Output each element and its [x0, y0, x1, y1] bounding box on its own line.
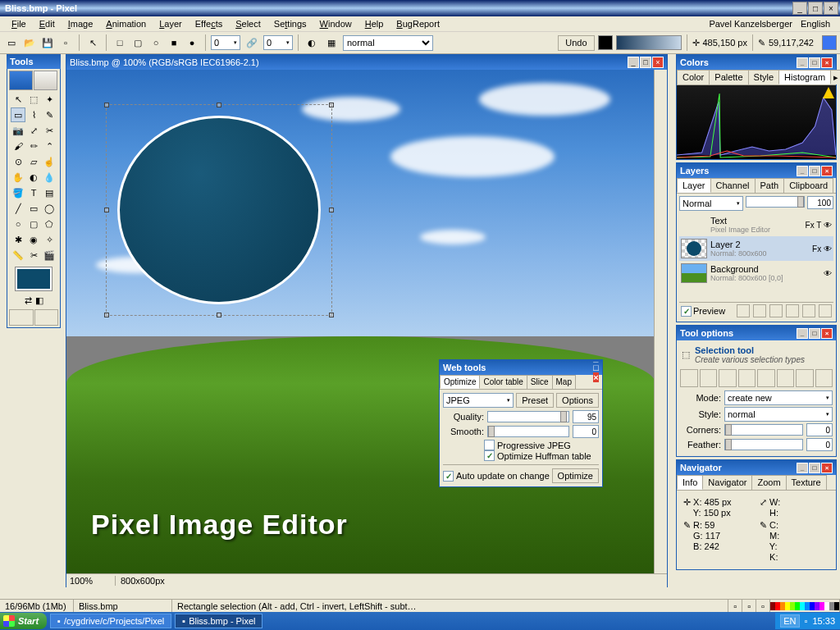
tool-gradient[interactable]: ▤ — [42, 185, 57, 200]
preview-checkbox[interactable] — [681, 306, 692, 317]
tab-more[interactable]: ▸ — [830, 70, 840, 84]
shape-rounded-icon[interactable]: ▢ — [130, 34, 146, 51]
close-icon[interactable]: ▫ — [57, 34, 74, 51]
tab-colortable[interactable]: Color table — [479, 375, 527, 389]
quality-value[interactable]: 95 — [573, 410, 599, 423]
tool-crop[interactable]: ✂ — [42, 123, 57, 138]
tool-rect[interactable]: ▭ — [26, 201, 41, 216]
tool-dodge[interactable]: ◐ — [26, 170, 41, 185]
tab-navigator[interactable]: Navigator — [702, 475, 752, 490]
tool-marquee[interactable]: ⬚ — [26, 92, 41, 107]
tab-slice[interactable]: Slice — [527, 375, 553, 389]
task-cygwin[interactable]: ▪/cygdrive/c/Projects/Pixel — [50, 614, 171, 628]
default-colors-icon[interactable]: ◧ — [35, 295, 43, 306]
sel-type-2[interactable] — [700, 369, 718, 387]
color-ramp[interactable] — [770, 602, 839, 610]
menu-image[interactable]: Image — [62, 17, 100, 30]
new-icon[interactable]: ▭ — [3, 34, 20, 51]
tray-icon[interactable]: ▫ — [805, 616, 808, 626]
tab-path[interactable]: Path — [755, 178, 785, 193]
tool-smudge[interactable]: ☝ — [42, 154, 57, 169]
tab-channel[interactable]: Channel — [710, 178, 756, 193]
progressive-checkbox[interactable] — [484, 440, 495, 450]
cursor-icon[interactable]: ↖ — [84, 34, 101, 51]
tool-pen[interactable]: ✎ — [42, 107, 57, 122]
options-button[interactable]: Options — [556, 393, 599, 408]
layer-row-layer2[interactable]: Layer 2Normal: 800x600 Fx 👁 — [679, 236, 833, 261]
format-select[interactable]: JPEG▾ — [443, 393, 514, 408]
minimize-button[interactable]: _ — [792, 2, 807, 15]
canvas-minimize[interactable]: _ — [628, 57, 639, 68]
status-icon-3[interactable]: ▫ — [756, 600, 770, 612]
tool-blur[interactable]: 💧 — [42, 170, 57, 185]
grid-icon[interactable]: ▦ — [323, 34, 340, 51]
swap-colors-icon[interactable]: ⇄ — [25, 295, 32, 306]
shape-circle-icon[interactable]: ○ — [148, 34, 164, 51]
layer-btn-4[interactable] — [786, 304, 799, 317]
tool-mode-vector[interactable] — [34, 71, 57, 90]
tool-brush[interactable]: 🖌 — [11, 139, 25, 153]
shape-filled-square-icon[interactable]: ■ — [166, 34, 182, 51]
wt-max[interactable]: □ — [593, 363, 599, 372]
tab-layer[interactable]: Layer — [677, 178, 711, 193]
preset-button[interactable]: Preset — [516, 393, 554, 408]
lang-indicator[interactable]: EN — [780, 614, 799, 628]
tool-hand[interactable]: ✋ — [11, 170, 25, 185]
menu-bugreport[interactable]: BugReport — [390, 17, 446, 30]
canvas-close[interactable]: × — [652, 57, 664, 68]
tab-palette[interactable]: Palette — [709, 70, 748, 84]
layer-btn-5[interactable] — [802, 304, 815, 317]
tab-info[interactable]: Info — [677, 475, 703, 490]
menu-file[interactable]: File — [5, 17, 33, 30]
nav-close[interactable]: × — [821, 463, 833, 473]
tool-mode-paint[interactable] — [9, 71, 33, 90]
tab-map[interactable]: Map — [552, 375, 576, 389]
autoupdate-checkbox[interactable] — [443, 471, 454, 482]
sel-type-8[interactable] — [815, 369, 833, 387]
aspect-h-field[interactable]: 0▾ — [263, 35, 293, 50]
open-icon[interactable]: 📂 — [21, 34, 38, 51]
opacity-slider[interactable] — [746, 196, 805, 208]
shape-filled-circle-icon[interactable]: ● — [184, 34, 200, 51]
tool-fill[interactable]: 🪣 — [11, 185, 25, 200]
layers-close[interactable]: × — [821, 166, 833, 176]
tab-optimize[interactable]: Optimize — [440, 375, 480, 389]
close-button[interactable]: × — [824, 2, 838, 15]
sel-type-4[interactable] — [738, 369, 756, 387]
mode-select[interactable]: create new▾ — [724, 390, 833, 405]
opts-max[interactable]: □ — [809, 328, 820, 339]
menu-select[interactable]: Select — [229, 17, 267, 30]
tool-ellipse[interactable]: ◯ — [42, 201, 57, 216]
tab-style[interactable]: Style — [748, 70, 779, 84]
layer-btn-6[interactable] — [819, 304, 832, 317]
tool-camera[interactable]: 📷 — [11, 123, 25, 138]
canvas-viewport[interactable]: Pixel Image Editor — [66, 70, 667, 573]
tool-transform[interactable]: ⤢ — [26, 123, 41, 138]
tool-eraser[interactable]: ▱ — [26, 154, 41, 169]
tool-line[interactable]: ╱ — [11, 201, 25, 216]
colors-close[interactable]: × — [821, 57, 833, 68]
gradient-swatch[interactable] — [616, 35, 682, 50]
smooth-value[interactable]: 0 — [573, 425, 599, 438]
opts-min[interactable]: _ — [797, 328, 808, 339]
start-button[interactable]: Start — [0, 613, 47, 629]
layer-blend-select[interactable]: Normal▾ — [679, 196, 743, 211]
sel-type-3[interactable] — [719, 369, 737, 387]
undo-button[interactable]: Undo — [558, 35, 594, 51]
optimize-button[interactable]: Optimize — [552, 468, 599, 483]
tool-clone[interactable]: ⊙ — [11, 154, 25, 169]
opts-close[interactable]: × — [821, 328, 833, 339]
lang-label[interactable]: English — [801, 19, 830, 29]
tool-text[interactable]: T — [26, 185, 41, 200]
quickmode-2[interactable] — [34, 309, 59, 326]
nav-min[interactable]: _ — [797, 463, 808, 473]
sel-type-1[interactable] — [680, 369, 698, 387]
tool-airbrush[interactable]: ⌃ — [42, 139, 57, 153]
smooth-slider[interactable] — [487, 426, 569, 437]
shape-square-icon[interactable]: □ — [112, 34, 128, 51]
corners-slider[interactable] — [724, 424, 803, 436]
fg-swatch[interactable] — [598, 35, 613, 50]
layer-row-text[interactable]: TextPixel Image Editor Fx T 👁 — [679, 213, 833, 236]
tool-rounded[interactable]: ▢ — [26, 217, 41, 231]
status-icon-2[interactable]: ▫ — [742, 600, 756, 612]
